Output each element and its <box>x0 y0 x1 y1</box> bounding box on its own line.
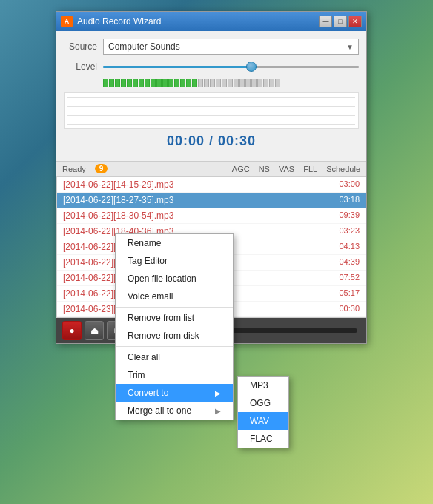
level-segment-4 <box>127 79 132 87</box>
level-segment-25 <box>251 79 257 87</box>
submenu-item-2[interactable]: WAV <box>238 412 288 430</box>
source-value: Computer Sounds <box>108 42 180 52</box>
level-segment-12 <box>174 79 179 87</box>
record-button[interactable]: ● <box>62 321 82 340</box>
record-icon: ● <box>69 325 74 336</box>
window-title: Audio Record Wizard <box>77 16 161 27</box>
ctx-item-1[interactable]: Tag Editor <box>116 252 233 270</box>
submenu-arrow-icon-8: ▶ <box>215 389 221 397</box>
file-duration-3: 03:23 <box>339 226 360 236</box>
file-duration-2: 09:39 <box>339 210 360 221</box>
source-label: Source <box>64 42 97 52</box>
waveform-display <box>64 92 359 129</box>
ctx-divider-6 <box>116 346 233 347</box>
level-segment-13 <box>180 79 185 87</box>
vas-button[interactable]: VAS <box>279 165 294 173</box>
waveform-line-4 <box>67 124 355 125</box>
ctx-item-8[interactable]: Convert to▶ <box>116 384 233 402</box>
ctx-label-5: Remove from disk <box>128 331 199 341</box>
file-duration-6: 07:52 <box>339 273 360 283</box>
ctx-item-3[interactable]: Voice email <box>116 288 233 305</box>
file-item-2[interactable]: [2014-06-22][18-30-54].mp309:39 <box>57 208 366 224</box>
ctx-item-2[interactable]: Open file location <box>116 270 233 288</box>
minimize-button[interactable]: — <box>319 16 332 27</box>
file-duration-8: 00:30 <box>339 304 360 314</box>
file-duration-5: 04:39 <box>339 257 360 268</box>
ctx-label-6: Clear all <box>128 352 160 362</box>
maximize-button[interactable]: □ <box>334 16 347 27</box>
submenu-item-1[interactable]: OGG <box>238 394 288 412</box>
level-segment-21 <box>228 79 233 87</box>
file-name-1: [2014-06-22][18-27-35].mp3 <box>63 195 173 205</box>
title-buttons: — □ ✕ <box>319 16 362 27</box>
ctx-item-5[interactable]: Remove from disk <box>116 327 233 345</box>
level-segment-9 <box>156 79 162 87</box>
ns-button[interactable]: NS <box>259 165 270 173</box>
level-segment-15 <box>192 79 197 87</box>
file-duration-0: 03:00 <box>339 179 360 190</box>
ctx-item-9[interactable]: Merge all to one▶ <box>116 402 233 420</box>
level-segment-5 <box>133 79 138 87</box>
submenu-item-3[interactable]: FLAC <box>238 430 288 448</box>
ctx-label-1: Tag Editor <box>128 256 168 266</box>
waveform-line-3 <box>67 115 355 116</box>
file-name-0: [2014-06-22][14-15-29].mp3 <box>63 179 173 190</box>
ctx-label-7: Trim <box>128 370 145 380</box>
source-dropdown[interactable]: Computer Sounds ▼ <box>103 39 359 55</box>
eject-button[interactable]: ⏏ <box>85 321 104 340</box>
ctx-item-7[interactable]: Trim <box>116 366 233 384</box>
level-slider[interactable] <box>103 61 359 73</box>
level-segment-20 <box>222 79 227 87</box>
ctx-item-6[interactable]: Clear all <box>116 348 233 366</box>
level-segment-22 <box>234 79 239 87</box>
file-duration-7: 05:17 <box>339 288 360 299</box>
ready-label: Ready <box>62 165 86 173</box>
ctx-label-4: Remove from list <box>128 313 194 323</box>
ctx-label-0: Rename <box>128 238 161 248</box>
app-icon: A <box>61 16 73 27</box>
toolbar-bar: Ready 9 AGC NS VAS FLL Schedule <box>56 161 366 176</box>
level-segment-27 <box>263 79 268 87</box>
level-segment-8 <box>151 79 156 87</box>
close-button[interactable]: ✕ <box>348 16 362 27</box>
agc-button[interactable]: AGC <box>232 165 250 173</box>
level-label: Level <box>64 62 97 72</box>
slider-track <box>103 66 359 68</box>
source-row: Source Computer Sounds ▼ <box>64 39 359 55</box>
ready-badge: 9 <box>95 164 108 173</box>
file-item-1[interactable]: [2014-06-22][18-27-35].mp303:18 <box>57 193 366 208</box>
level-segment-18 <box>210 79 215 87</box>
ctx-item-0[interactable]: Rename <box>116 234 233 252</box>
slider-thumb <box>246 62 257 72</box>
fll-button[interactable]: FLL <box>303 165 317 173</box>
ctx-item-4[interactable]: Remove from list <box>116 309 233 327</box>
level-segment-6 <box>139 79 144 87</box>
ctx-divider-4 <box>116 307 233 308</box>
ctx-label-8: Convert to <box>128 388 168 398</box>
file-name-2: [2014-06-22][18-30-54].mp3 <box>63 210 173 221</box>
file-duration-4: 04:13 <box>339 242 360 252</box>
ctx-label-3: Voice email <box>128 291 173 302</box>
window-body: Source Computer Sounds ▼ Level <box>56 31 366 161</box>
schedule-button[interactable]: Schedule <box>326 165 360 173</box>
level-segment-23 <box>239 79 245 87</box>
timer-display: 00:00 / 00:30 <box>64 133 359 149</box>
level-row: Level <box>64 61 359 73</box>
level-segment-2 <box>115 79 120 87</box>
level-meter <box>64 77 359 89</box>
submenu-item-0[interactable]: MP3 <box>238 377 288 394</box>
level-segment-26 <box>257 79 262 87</box>
level-segment-11 <box>168 79 173 87</box>
submenu-arrow-icon-9: ▶ <box>215 407 221 415</box>
level-segment-3 <box>121 79 126 87</box>
level-segment-28 <box>269 79 274 87</box>
file-item-0[interactable]: [2014-06-22][14-15-29].mp303:00 <box>57 177 366 193</box>
level-segment-17 <box>204 79 209 87</box>
level-segment-10 <box>162 79 168 87</box>
level-segment-14 <box>186 79 191 87</box>
level-segment-1 <box>109 79 114 87</box>
waveform-line-2 <box>67 106 355 107</box>
ctx-label-2: Open file location <box>128 273 196 284</box>
file-duration-1: 03:18 <box>339 195 360 205</box>
ctx-label-9: Merge all to one <box>128 405 191 416</box>
